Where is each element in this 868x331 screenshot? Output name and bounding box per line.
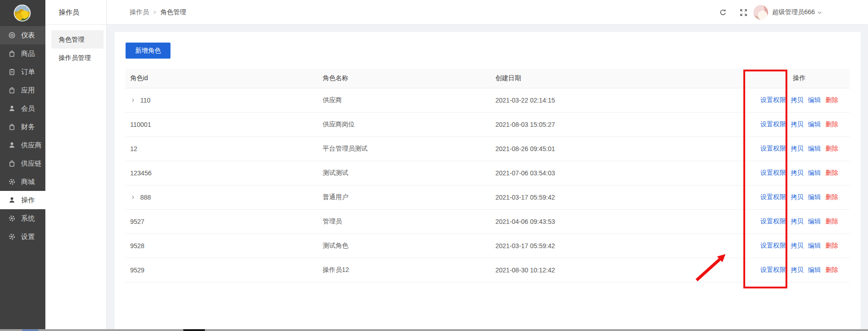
refresh-icon[interactable] — [719, 9, 727, 16]
sidebar-nav: 仪表商品订单应用会员财务供应商供应链商城操作系统设置 — [0, 26, 45, 246]
action-link-edit[interactable]: 编辑 — [808, 193, 821, 201]
role-id-value: 110 — [140, 97, 150, 104]
submenu-item-operator-management[interactable]: 操作员管理 — [51, 49, 104, 67]
sidebar-item-label: 供应链 — [21, 159, 42, 168]
sidebar-item-orders[interactable]: 订单 — [0, 63, 45, 81]
action-link-copy[interactable]: 拷贝 — [791, 169, 803, 177]
sidebar-item-label: 商城 — [21, 178, 35, 186]
gear-icon — [8, 178, 16, 185]
action-link-delete[interactable]: 删除 — [825, 169, 838, 177]
sidebar-item-members[interactable]: 会员 — [0, 99, 45, 118]
sidebar-item-operations[interactable]: 操作 — [0, 191, 45, 209]
action-link-copy[interactable]: 拷贝 — [791, 145, 803, 153]
sidebar-item-finance[interactable]: 财务 — [0, 118, 45, 136]
action-link-copy[interactable]: 拷贝 — [791, 120, 803, 129]
sidebar-item-settings[interactable]: 设置 — [0, 228, 45, 246]
horizontal-scrollbar[interactable] — [0, 329, 868, 331]
action-link-edit[interactable]: 编辑 — [808, 96, 821, 104]
action-link-edit[interactable]: 编辑 — [808, 120, 821, 129]
clipboard-icon — [8, 68, 16, 76]
sidebar-item-supply-chain[interactable]: 供应链 — [0, 154, 45, 173]
action-link-set-permissions[interactable]: 设置权限 — [760, 96, 786, 104]
role-id-value: 123456 — [130, 169, 152, 177]
role-id-cell: 110001 — [126, 112, 318, 136]
column-header-actions: 操作 — [749, 69, 850, 88]
action-link-set-permissions[interactable]: 设置权限 — [760, 217, 786, 226]
scrollbar-artifact — [22, 330, 38, 331]
user-name: 超级管理员666 — [772, 8, 815, 16]
actions-cell: 设置权限拷贝编辑删除 — [749, 185, 850, 209]
user-menu[interactable]: 超级管理员666 — [753, 5, 823, 20]
action-link-delete[interactable]: 删除 — [825, 96, 838, 104]
action-link-delete[interactable]: 删除 — [825, 266, 838, 274]
action-link-delete[interactable]: 删除 — [825, 120, 838, 129]
action-link-delete[interactable]: 删除 — [825, 217, 838, 226]
sidebar-item-system[interactable]: 系统 — [0, 209, 45, 228]
action-link-set-permissions[interactable]: 设置权限 — [760, 169, 786, 177]
add-role-button[interactable]: 新增角色 — [126, 43, 170, 59]
action-link-edit[interactable]: 编辑 — [808, 145, 821, 153]
sidebar-item-label: 订单 — [21, 68, 35, 76]
role-id-value: 9528 — [130, 242, 144, 250]
created-date-cell: 2021-03-22 02:14:15 — [491, 88, 749, 112]
column-header-role-name: 角色名称 — [318, 69, 491, 88]
actions-cell: 设置权限拷贝编辑删除 — [749, 233, 850, 258]
table-row: 9529操作员122021-08-30 10:12:42设置权限拷贝编辑删除 — [126, 258, 850, 282]
gear-icon — [8, 215, 16, 222]
action-link-set-permissions[interactable]: 设置权限 — [760, 193, 786, 201]
action-link-set-permissions[interactable]: 设置权限 — [760, 242, 786, 250]
person-icon — [8, 105, 16, 112]
person-icon — [8, 196, 16, 204]
sidebar-item-label: 系统 — [21, 214, 35, 223]
action-link-delete[interactable]: 删除 — [825, 145, 838, 153]
roles-table: 角色id 角色名称 创建日期 操作 110供应商2021-03-22 02:14… — [126, 69, 850, 282]
column-header-created: 创建日期 — [491, 69, 749, 88]
role-id-value: 888 — [140, 194, 151, 201]
action-link-copy[interactable]: 拷贝 — [791, 193, 803, 201]
action-link-copy[interactable]: 拷贝 — [791, 217, 803, 226]
sub-sidebar-title: 操作员 — [45, 0, 106, 25]
created-date-cell: 2021-03-17 05:59:42 — [491, 233, 749, 258]
person-icon — [8, 141, 16, 149]
breadcrumb-item-operator[interactable]: 操作员 — [130, 8, 149, 16]
sidebar-item-label: 财务 — [21, 123, 35, 131]
sidebar-item-dashboard[interactable]: 仪表 — [0, 26, 45, 44]
header-right-cluster: 超级管理员666 — [719, 0, 823, 25]
row-expand-icon[interactable] — [130, 98, 136, 103]
action-link-copy[interactable]: 拷贝 — [791, 96, 803, 104]
column-header-role-id: 角色id — [126, 69, 318, 88]
table-row: 9528测试角色2021-03-17 05:59:42设置权限拷贝编辑删除 — [126, 233, 850, 258]
table-row: 110001供应商岗位2021-08-03 15:05:27设置权限拷贝编辑删除 — [126, 112, 850, 136]
submenu-item-role-management[interactable]: 角色管理 — [51, 30, 104, 49]
sidebar-item-apps[interactable]: 应用 — [0, 81, 45, 99]
sub-sidebar-list: 角色管理操作员管理 — [45, 30, 106, 67]
sub-sidebar: 操作员 角色管理操作员管理 — [45, 0, 107, 331]
action-link-delete[interactable]: 删除 — [825, 193, 838, 201]
fullscreen-icon[interactable] — [740, 9, 747, 16]
action-link-set-permissions[interactable]: 设置权限 — [760, 266, 786, 274]
sidebar-item-mall[interactable]: 商城 — [0, 173, 45, 191]
role-name-cell: 操作员12 — [318, 258, 491, 282]
action-link-edit[interactable]: 编辑 — [808, 242, 821, 250]
action-link-edit[interactable]: 编辑 — [808, 169, 821, 177]
action-link-copy[interactable]: 拷贝 — [791, 242, 803, 250]
role-name-cell: 管理员 — [318, 209, 491, 233]
table-row: 888普通用户2021-03-17 05:59:42设置权限拷贝编辑删除 — [126, 185, 850, 209]
role-name-cell: 供应商 — [318, 88, 491, 112]
sidebar-item-label: 会员 — [21, 104, 35, 113]
action-link-set-permissions[interactable]: 设置权限 — [760, 120, 786, 129]
row-expand-icon[interactable] — [130, 195, 136, 200]
breadcrumb-separator: > — [153, 9, 156, 16]
sidebar-item-suppliers[interactable]: 供应商 — [0, 136, 45, 154]
action-link-delete[interactable]: 删除 — [825, 242, 838, 250]
action-link-set-permissions[interactable]: 设置权限 — [760, 145, 786, 153]
sidebar-item-label: 操作 — [21, 196, 35, 205]
created-date-cell: 2021-08-30 10:12:42 — [491, 258, 749, 282]
sidebar-item-goods[interactable]: 商品 — [0, 44, 45, 63]
scrollbar-thumb[interactable] — [183, 329, 205, 331]
role-id-cell: 888 — [126, 185, 318, 209]
action-link-edit[interactable]: 编辑 — [808, 266, 821, 274]
table-row: 12平台管理员测试2021-08-26 09:45:01设置权限拷贝编辑删除 — [126, 136, 850, 161]
action-link-edit[interactable]: 编辑 — [808, 217, 821, 226]
action-link-copy[interactable]: 拷贝 — [791, 266, 803, 274]
